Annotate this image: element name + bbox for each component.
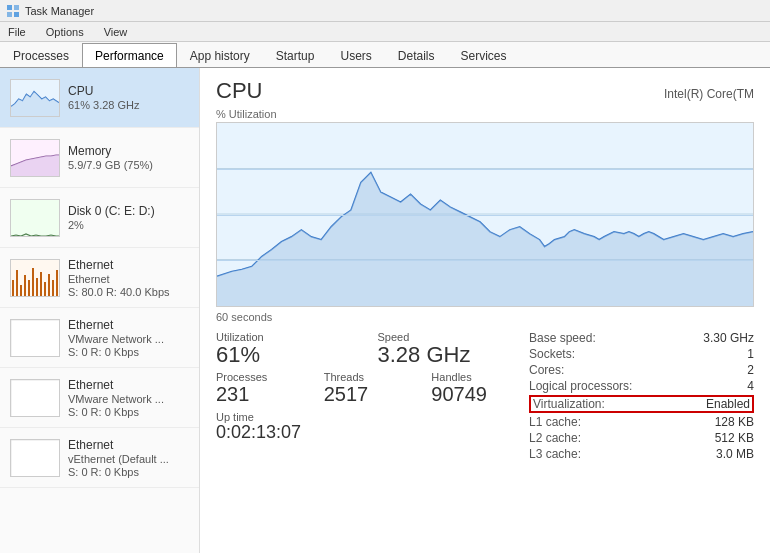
eth3-sidebar-label: Ethernet	[68, 378, 189, 392]
disk-sidebar-label: Disk 0 (C: E: D:)	[68, 204, 189, 218]
eth1-sidebar-sub2: S: 80.0 R: 40.0 Kbps	[68, 286, 189, 298]
stats-row-2: Processes 231 Threads 2517 Handles 90749	[216, 371, 519, 405]
cpu-mini-graph	[10, 79, 60, 117]
logical-label: Logical processors:	[529, 379, 632, 393]
disk-sidebar-sub: 2%	[68, 219, 189, 231]
handles-stat: Handles 90749	[431, 371, 519, 405]
grid-line-25	[217, 260, 753, 261]
time-label: 60 seconds	[216, 311, 754, 323]
base-speed-value: 3.30 GHz	[703, 331, 754, 345]
left-stats: Utilization 61% Speed 3.28 GHz Processes…	[216, 331, 519, 463]
eth4-sidebar-sub2: S: 0 R: 0 Kbps	[68, 466, 189, 478]
svg-rect-22	[11, 320, 60, 357]
spec-virtualization: Virtualization: Enabled	[529, 395, 754, 413]
menu-options[interactable]: Options	[42, 26, 88, 38]
eth1-sidebar-sub1: Ethernet	[68, 273, 189, 285]
right-panel: CPU Intel(R) Core(TM % Utilization	[200, 68, 770, 553]
virt-value: Enabled	[706, 397, 750, 411]
utilization-value: 61%	[216, 343, 358, 367]
svg-rect-23	[11, 380, 60, 417]
eth2-sidebar-sub2: S: 0 R: 0 Kbps	[68, 346, 189, 358]
handles-value: 90749	[431, 383, 519, 405]
cores-value: 2	[747, 363, 754, 377]
menu-file[interactable]: File	[4, 26, 30, 38]
sidebar: CPU 61% 3.28 GHz Memory 5.9/7.9 GB (75%)	[0, 68, 200, 553]
grid-line-75	[217, 169, 753, 170]
eth3-sidebar-sub2: S: 0 R: 0 Kbps	[68, 406, 189, 418]
threads-value: 2517	[324, 383, 412, 405]
spec-l3: L3 cache: 3.0 MB	[529, 447, 754, 461]
cpu-sidebar-sub: 61% 3.28 GHz	[68, 99, 189, 111]
sidebar-item-eth1[interactable]: Ethernet Ethernet S: 80.0 R: 40.0 Kbps	[0, 248, 199, 308]
sidebar-item-disk[interactable]: Disk 0 (C: E: D:) 2%	[0, 188, 199, 248]
eth2-mini-graph	[10, 319, 60, 357]
app-icon	[6, 4, 20, 18]
spec-base-speed: Base speed: 3.30 GHz	[529, 331, 754, 345]
menu-view[interactable]: View	[100, 26, 132, 38]
eth1-sidebar-label: Ethernet	[68, 258, 189, 272]
tab-startup[interactable]: Startup	[263, 43, 328, 67]
memory-sidebar-sub: 5.9/7.9 GB (75%)	[68, 159, 189, 171]
spec-cores: Cores: 2	[529, 363, 754, 377]
l3-value: 3.0 MB	[716, 447, 754, 461]
eth1-sidebar-info: Ethernet Ethernet S: 80.0 R: 40.0 Kbps	[68, 258, 189, 298]
grid-line-50	[217, 215, 753, 216]
tab-performance[interactable]: Performance	[82, 43, 177, 67]
disk-mini-graph	[10, 199, 60, 237]
l2-label: L2 cache:	[529, 431, 581, 445]
sockets-value: 1	[747, 347, 754, 361]
handles-label: Handles	[431, 371, 519, 383]
speed-stat: Speed 3.28 GHz	[378, 331, 520, 367]
processes-label: Processes	[216, 371, 304, 383]
memory-sidebar-info: Memory 5.9/7.9 GB (75%)	[68, 144, 189, 171]
tab-users[interactable]: Users	[327, 43, 384, 67]
specs-panel: Base speed: 3.30 GHz Sockets: 1 Cores: 2…	[519, 331, 754, 463]
memory-mini-graph	[10, 139, 60, 177]
uptime-area: Up time 0:02:13:07	[216, 411, 519, 443]
cpu-sidebar-label: CPU	[68, 84, 189, 98]
sidebar-item-cpu[interactable]: CPU 61% 3.28 GHz	[0, 68, 199, 128]
tab-services[interactable]: Services	[448, 43, 520, 67]
sidebar-item-memory[interactable]: Memory 5.9/7.9 GB (75%)	[0, 128, 199, 188]
eth4-sidebar-info: Ethernet vEthernet (Default ... S: 0 R: …	[68, 438, 189, 478]
l2-value: 512 KB	[715, 431, 754, 445]
uptime-value: 0:02:13:07	[216, 423, 519, 443]
cpu-model: Intel(R) Core(TM	[664, 87, 754, 101]
sockets-label: Sockets:	[529, 347, 575, 361]
svg-rect-1	[14, 5, 19, 10]
svg-rect-8	[11, 200, 60, 237]
bottom-area: Utilization 61% Speed 3.28 GHz Processes…	[216, 331, 754, 463]
eth4-sidebar-label: Ethernet	[68, 438, 189, 452]
eth2-sidebar-info: Ethernet VMware Network ... S: 0 R: 0 Kb…	[68, 318, 189, 358]
cores-label: Cores:	[529, 363, 564, 377]
sidebar-item-eth4[interactable]: Ethernet vEthernet (Default ... S: 0 R: …	[0, 428, 199, 488]
disk-sidebar-info: Disk 0 (C: E: D:) 2%	[68, 204, 189, 231]
tab-details[interactable]: Details	[385, 43, 448, 67]
logical-value: 4	[747, 379, 754, 393]
svg-rect-0	[7, 5, 12, 10]
eth2-sidebar-sub1: VMware Network ...	[68, 333, 189, 345]
threads-label: Threads	[324, 371, 412, 383]
sidebar-item-eth3[interactable]: Ethernet VMware Network ... S: 0 R: 0 Kb…	[0, 368, 199, 428]
l3-label: L3 cache:	[529, 447, 581, 461]
spec-l1: L1 cache: 128 KB	[529, 415, 754, 429]
cpu-chart	[216, 122, 754, 307]
speed-value: 3.28 GHz	[378, 343, 520, 367]
window-title: Task Manager	[25, 5, 94, 17]
eth4-sidebar-sub1: vEthernet (Default ...	[68, 453, 189, 465]
spec-logical: Logical processors: 4	[529, 379, 754, 393]
eth4-mini-graph	[10, 439, 60, 477]
stats-row-1: Utilization 61% Speed 3.28 GHz	[216, 331, 519, 367]
tab-app-history[interactable]: App history	[177, 43, 263, 67]
eth2-sidebar-label: Ethernet	[68, 318, 189, 332]
cpu-title: CPU	[216, 78, 262, 104]
svg-rect-3	[14, 12, 19, 17]
utilization-stat: Utilization 61%	[216, 331, 358, 367]
eth3-mini-graph	[10, 379, 60, 417]
svg-rect-2	[7, 12, 12, 17]
chart-label: % Utilization	[216, 108, 754, 120]
eth3-sidebar-info: Ethernet VMware Network ... S: 0 R: 0 Kb…	[68, 378, 189, 418]
sidebar-item-eth2[interactable]: Ethernet VMware Network ... S: 0 R: 0 Kb…	[0, 308, 199, 368]
l1-value: 128 KB	[715, 415, 754, 429]
tab-processes[interactable]: Processes	[0, 43, 82, 67]
